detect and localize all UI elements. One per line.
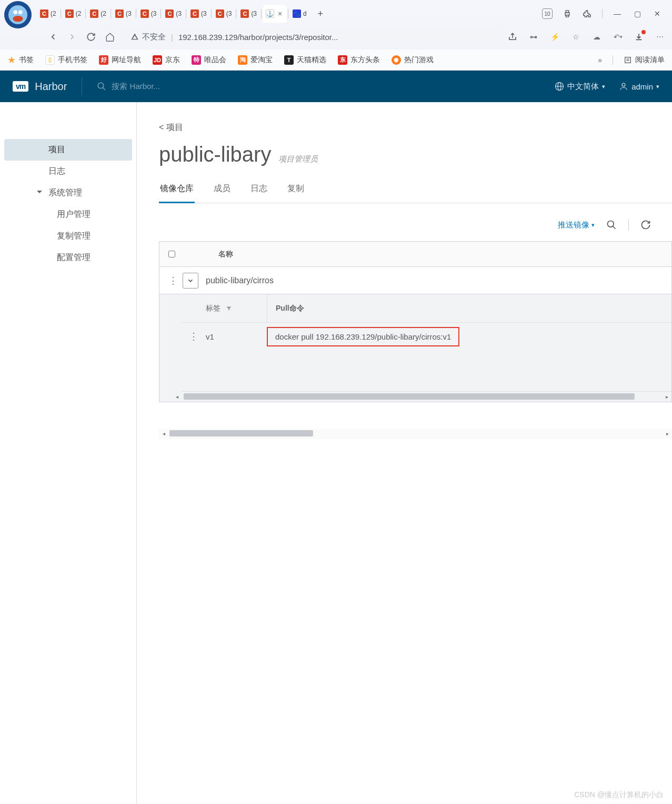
breadcrumb-back[interactable]: < 项目 [159,122,672,133]
tag-row[interactable]: ⋮ v1 docker pull 192.168.239.129/public-… [182,323,671,350]
browser-tab[interactable]: C(3 [237,5,260,23]
user-menu[interactable]: admin ▾ [619,82,659,91]
search-icon[interactable] [606,220,617,230]
key-icon[interactable]: ⊶ [528,31,539,43]
sidebar-item-logs[interactable]: 日志 [0,161,136,182]
back-button[interactable] [47,31,59,43]
star-icon[interactable]: ☆ [570,31,581,43]
harbor-logo[interactable]: vm Harbor [13,81,67,93]
bookmark-item[interactable]: ★书签 [7,54,34,66]
svg-point-2 [18,10,23,14]
svg-point-1 [13,10,17,14]
browser-tab[interactable]: C(2 [62,5,85,23]
vm-logo-icon: vm [13,81,28,92]
forward-button[interactable] [66,31,78,43]
lightning-icon[interactable]: ⚡ [549,31,560,43]
browser-tab-active[interactable]: ⚓× [263,5,287,23]
harbor-search[interactable]: 搜索 Harbor... [97,82,160,92]
tab-replication[interactable]: 复制 [286,179,305,203]
scroll-left-icon[interactable]: ◂ [159,429,168,438]
reading-list-button[interactable]: 阅读清单 [624,55,665,65]
column-header-tag[interactable]: 标签 [206,304,267,313]
project-role: 项目管理员 [278,154,318,164]
bookmark-item[interactable]: 淘爱淘宝 [238,55,273,65]
address-bar[interactable]: 不安全 | 192.168.239.129/harbor/projects/3/… [123,28,499,46]
sidebar-item-projects[interactable]: 项目 [4,139,132,161]
browser-tab[interactable]: C(3 [137,5,160,23]
tab-logs[interactable]: 日志 [249,179,268,203]
sidebar-item-system[interactable]: 系统管理 [0,182,136,204]
tab-count-button[interactable]: 10 [542,8,553,19]
sidebar-item-config[interactable]: 配置管理 [0,247,136,269]
row-expand-button[interactable] [183,273,198,289]
browser-tab[interactable]: C(2 [87,5,109,23]
tab-repositories[interactable]: 镜像仓库 [159,179,195,203]
harbor-header: vm Harbor 搜索 Harbor... 中文简体 ▾ admin ▾ [0,71,672,102]
print-icon[interactable] [562,8,573,19]
minimize-button[interactable]: — [612,8,623,19]
filter-icon[interactable] [226,305,232,312]
bookmark-item[interactable]: 特唯品会 [192,55,226,65]
chevron-down-icon [187,277,194,284]
scroll-right-icon[interactable]: ▸ [662,392,671,401]
globe-icon [555,82,564,91]
outer-scrollbar[interactable]: ◂ ▸ [159,429,672,439]
menu-icon[interactable]: ⋯ [654,31,666,43]
browser-tab[interactable]: C(3 [162,5,185,23]
profile-avatar[interactable] [4,1,32,28]
svg-line-11 [103,87,106,90]
row-menu-icon[interactable]: ⋮ [182,331,206,342]
column-header-name[interactable]: 名称 [184,250,233,259]
browser-tab[interactable]: C(3 [112,5,135,23]
bookmark-item[interactable]: ▯手机书签 [45,55,87,65]
bookmark-item[interactable]: T天猫精选 [284,55,326,65]
bookmark-item[interactable]: 东东方头条 [338,55,380,65]
svg-line-17 [613,226,616,229]
repo-name[interactable]: public-libary/cirros [198,276,274,285]
browser-tab[interactable]: 🐾d [289,5,310,23]
row-menu-icon[interactable]: ⋮ [164,275,183,286]
close-tab-icon[interactable]: × [276,10,284,17]
bookmark-item[interactable]: ◉热门游戏 [392,55,434,65]
main-content: < 项目 public-libary 项目管理员 镜像仓库 成员 日志 复制 推… [137,102,672,804]
reload-button[interactable] [85,31,97,43]
baidu-favicon-icon: 🐾 [293,9,301,18]
select-all-checkbox[interactable] [168,251,175,257]
harbor-favicon-icon: ⚓ [266,9,274,18]
home-button[interactable] [104,31,116,43]
new-tab-button[interactable]: + [313,6,328,21]
language-selector[interactable]: 中文简体 ▾ [555,82,605,92]
cloud-icon[interactable]: ☁ [591,31,603,43]
column-header-pull[interactable]: Pull命令 [267,294,304,322]
bookmarks-overflow-icon[interactable]: » [598,56,602,64]
svg-point-3 [13,16,23,22]
browser-tab[interactable]: C(2 [37,5,59,23]
table-row[interactable]: ⋮ public-libary/cirros [159,267,671,294]
extensions-icon[interactable] [582,8,593,19]
undo-icon[interactable]: ↶▾ [612,31,624,43]
svg-rect-4 [565,13,569,15]
project-tabs: 镜像仓库 成员 日志 复制 [159,179,672,203]
share-icon[interactable] [507,31,518,43]
chevron-down-icon: ▾ [656,83,659,90]
push-image-button[interactable]: 推送镜像▾ [558,220,595,230]
tag-value: v1 [206,332,267,341]
scroll-left-icon[interactable]: ◂ [172,392,182,401]
pull-command[interactable]: docker pull 192.168.239.129/public-libar… [267,327,459,346]
download-icon[interactable] [633,31,645,43]
inner-scrollbar[interactable]: ◂ ▸ [182,391,671,402]
sidebar-item-users[interactable]: 用户管理 [0,204,136,225]
maximize-button[interactable]: ▢ [632,8,643,19]
bookmark-item[interactable]: JD京东 [153,55,180,65]
svg-rect-5 [566,11,568,13]
browser-tab[interactable]: C(3 [187,5,210,23]
scroll-right-icon[interactable]: ▸ [663,429,672,438]
chevron-down-icon: ▾ [602,83,605,90]
browser-tab[interactable]: C(3 [213,5,235,23]
tab-members[interactable]: 成员 [213,179,232,203]
close-window-button[interactable]: ✕ [652,8,663,19]
insecure-warning[interactable]: 不安全 [131,32,166,42]
sidebar-item-replication[interactable]: 复制管理 [0,225,136,247]
bookmark-item[interactable]: 好网址导航 [99,55,141,65]
refresh-icon[interactable] [640,220,651,230]
